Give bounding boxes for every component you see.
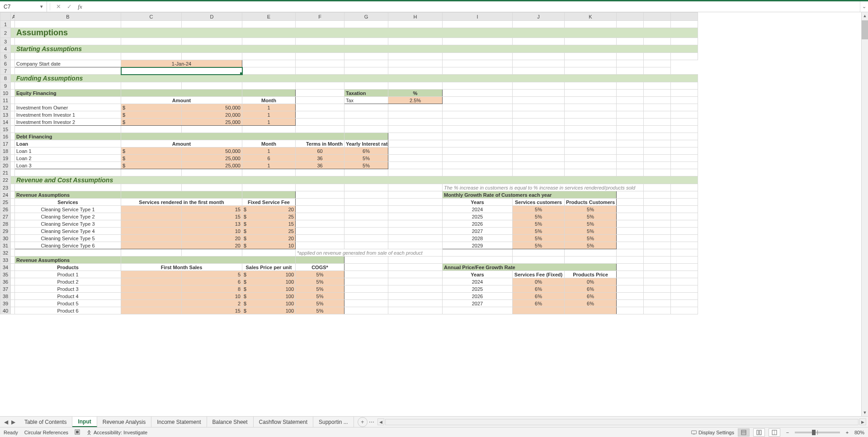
service5-rendered[interactable]: 20 (182, 235, 242, 242)
growth-services-2028[interactable]: 5% (513, 235, 565, 242)
services-fee-2026[interactable]: 6% (513, 293, 565, 300)
loan3-rate[interactable]: 5% (344, 162, 388, 169)
product5-price-cell[interactable]: $100 (242, 300, 296, 307)
row-3[interactable]: 3 (0, 38, 11, 45)
row-15[interactable]: 15 (0, 126, 11, 133)
service1-rendered[interactable]: 15 (182, 206, 242, 213)
cancel-icon[interactable]: ✕ (53, 1, 64, 12)
name-box[interactable]: C7 (2, 4, 38, 10)
hscroll-track[interactable] (385, 419, 859, 425)
select-all-corner[interactable] (0, 13, 11, 21)
product2-price-cell[interactable]: $100 (242, 278, 296, 285)
service5-fee-cell[interactable]: $20 (242, 235, 296, 242)
growth-services-2024[interactable]: 5% (513, 206, 565, 213)
tab-input[interactable]: Input (72, 417, 97, 427)
row-10[interactable]: 10 (0, 90, 11, 97)
zoom-level[interactable]: 80% (854, 430, 864, 435)
growth-services-2029[interactable]: 5% (513, 242, 565, 249)
row-6[interactable]: 6 (0, 60, 11, 67)
investment-owner-amount[interactable]: 50,000 (182, 104, 242, 111)
new-sheet-button[interactable]: + (358, 417, 368, 427)
growth-services-2025[interactable]: 5% (513, 213, 565, 220)
product4-sales[interactable]: 10 (182, 293, 242, 300)
loan1-month[interactable]: 1 (242, 147, 296, 155)
row-17[interactable]: 17 (0, 140, 11, 147)
row-27[interactable]: 27 (0, 213, 11, 220)
products-price-2027[interactable]: 6% (565, 300, 617, 307)
loan2-terms[interactable]: 36 (296, 155, 344, 162)
product2-cogs[interactable]: 5% (296, 278, 344, 285)
service1-fee-cell[interactable]: $20 (242, 206, 296, 213)
growth-products-2028[interactable]: 5% (565, 235, 617, 242)
row-31[interactable]: 31 (0, 242, 11, 249)
row-40[interactable]: 40 (0, 307, 11, 314)
col-blank[interactable] (644, 13, 671, 21)
loan1-amount[interactable]: 50,000 (182, 147, 242, 155)
services-fee-2027[interactable]: 6% (513, 300, 565, 307)
tab-prev-icon[interactable]: ◀ (3, 419, 9, 425)
row-21[interactable]: 21 (0, 169, 11, 176)
tab-income-statement[interactable]: Income Statement (151, 417, 207, 427)
company-start-date-value[interactable]: 1-Jan-24 (121, 60, 242, 67)
row-33[interactable]: 33 (0, 256, 11, 264)
service4-fee-cell[interactable]: $25 (242, 228, 296, 235)
product3-cogs[interactable]: 5% (296, 285, 344, 293)
col-H[interactable]: H (388, 13, 443, 21)
col-J[interactable]: J (513, 13, 565, 21)
name-box-dropdown-icon[interactable]: ▾ (38, 4, 45, 10)
scroll-down-icon[interactable]: ▼ (862, 409, 868, 416)
vertical-scrollbar[interactable]: ▲ ▼ (861, 12, 868, 416)
product3-sales[interactable]: 8 (182, 285, 242, 293)
growth-services-2027[interactable]: 5% (513, 228, 565, 235)
row-13[interactable]: 13 (0, 111, 11, 119)
row-1[interactable]: 1 (0, 21, 11, 28)
product1-cogs[interactable]: 5% (296, 271, 344, 278)
col-blank[interactable] (671, 13, 698, 21)
row-12[interactable]: 12 (0, 104, 11, 111)
investor2-amount[interactable]: 25,000 (182, 119, 242, 126)
service2-rendered[interactable]: 15 (182, 213, 242, 220)
confirm-icon[interactable]: ✓ (64, 1, 75, 12)
product6-price-cell[interactable]: $100 (242, 307, 296, 314)
product4-price-cell[interactable]: $100 (242, 293, 296, 300)
tax-value[interactable]: 2.5% (388, 97, 443, 104)
status-circular-references[interactable]: Circular References (24, 430, 68, 435)
products-price-2025[interactable]: 6% (565, 285, 617, 293)
row-2[interactable]: 2 (0, 28, 11, 38)
loan2-rate[interactable]: 5% (344, 155, 388, 162)
row-19[interactable]: 19 (0, 155, 11, 162)
row-5[interactable]: 5 (0, 53, 11, 60)
row-9[interactable]: 9 (0, 82, 11, 90)
tab-cashflow-statement[interactable]: Cashflow Statement (254, 417, 313, 427)
column-headers[interactable]: A B C D E F G H I J K (0, 13, 698, 21)
row-22[interactable]: 22 (0, 176, 11, 184)
product5-cogs[interactable]: 5% (296, 300, 344, 307)
row-28[interactable]: 28 (0, 220, 11, 228)
tab-supporting[interactable]: Supportin ... (313, 417, 354, 427)
loan1-rate[interactable]: 6% (344, 147, 388, 155)
service6-rendered[interactable]: 20 (182, 242, 242, 249)
accessibility-status[interactable]: Accessibility: Investigate (86, 430, 147, 435)
col-blank[interactable] (617, 13, 644, 21)
growth-products-2024[interactable]: 5% (565, 206, 617, 213)
view-normal-icon[interactable] (738, 428, 750, 437)
view-page-break-icon[interactable] (769, 428, 780, 437)
row-30[interactable]: 30 (0, 235, 11, 242)
hscroll-left-icon[interactable]: ◀ (377, 418, 384, 425)
tab-table-of-contents[interactable]: Table of Contents (19, 417, 72, 427)
growth-products-2026[interactable]: 5% (565, 220, 617, 228)
col-I[interactable]: I (443, 13, 513, 21)
row-37[interactable]: 37 (0, 285, 11, 293)
col-E[interactable]: E (242, 13, 296, 21)
tab-next-icon[interactable]: ▶ (10, 419, 16, 425)
hscroll-right-icon[interactable]: ▶ (859, 418, 866, 425)
product2-sales[interactable]: 6 (182, 278, 242, 285)
services-fee-2024[interactable]: 0% (513, 278, 565, 285)
service3-fee-cell[interactable]: $15 (242, 220, 296, 228)
row-11[interactable]: 11 (0, 97, 11, 104)
loan3-terms[interactable]: 36 (296, 162, 344, 169)
loan1-terms[interactable]: 60 (296, 147, 344, 155)
product4-cogs[interactable]: 5% (296, 293, 344, 300)
products-price-2024[interactable]: 0% (565, 278, 617, 285)
row-29[interactable]: 29 (0, 228, 11, 235)
